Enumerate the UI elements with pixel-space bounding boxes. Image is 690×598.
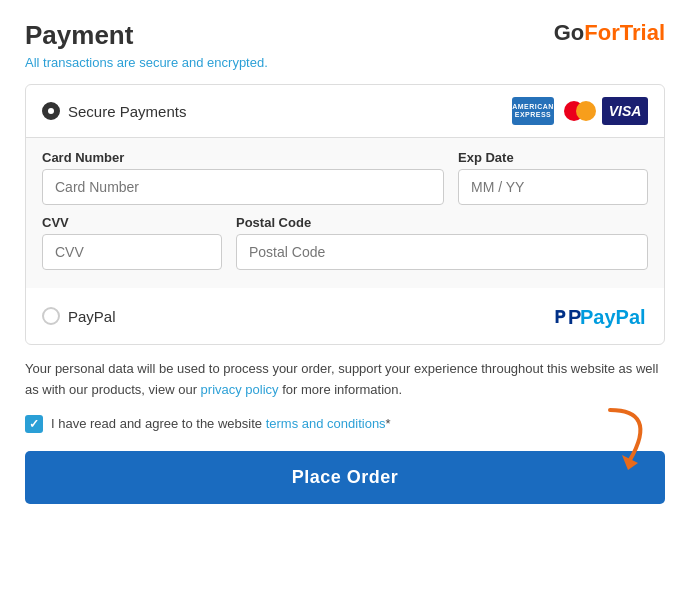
arrow-indicator (600, 405, 655, 474)
paypal-radio-label[interactable]: PayPal (42, 307, 116, 325)
exp-date-label: Exp Date (458, 150, 648, 165)
secure-text: All transactions are secure and encrypte… (25, 55, 665, 70)
privacy-policy-link[interactable]: privacy policy (201, 382, 279, 397)
page-header: Payment GoForTrial (25, 20, 665, 51)
svg-text:PayPal: PayPal (580, 306, 646, 328)
postal-code-label: Postal Code (236, 215, 648, 230)
card-number-group: Card Number (42, 150, 444, 205)
secure-payments-radio-label[interactable]: Secure Payments (42, 102, 186, 120)
paypal-logo: ᴘ P PayPal (554, 302, 648, 330)
card-number-row: Card Number Exp Date (42, 150, 648, 205)
mastercard-circles (564, 99, 592, 123)
brand-for: For (584, 20, 619, 45)
secure-payments-section: Secure Payments AMERICAN EXPRESS VISA (26, 85, 664, 138)
radio-selected-icon (42, 102, 60, 120)
secure-payments-label: Secure Payments (68, 103, 186, 120)
cvv-group: CVV (42, 215, 222, 270)
amex-logo: AMERICAN EXPRESS (512, 97, 554, 125)
page-title: Payment (25, 20, 133, 51)
mastercard-logo (560, 97, 596, 125)
checkbox-asterisk: * (386, 416, 391, 431)
info-text: Your personal data will be used to proce… (25, 359, 665, 401)
exp-date-group: Exp Date (458, 150, 648, 205)
place-order-button[interactable]: Place Order (25, 451, 665, 504)
paypal-label-text: PayPal (68, 308, 116, 325)
visa-logo: VISA (602, 97, 648, 125)
payment-box: Secure Payments AMERICAN EXPRESS VISA (25, 84, 665, 345)
exp-date-input[interactable] (458, 169, 648, 205)
secure-payments-row: Secure Payments AMERICAN EXPRESS VISA (42, 97, 648, 125)
cvv-input[interactable] (42, 234, 222, 270)
card-number-label: Card Number (42, 150, 444, 165)
mc-orange-circle (576, 101, 596, 121)
card-fields-section: Card Number Exp Date CVV Postal Code (26, 138, 664, 288)
terms-checkbox[interactable] (25, 415, 43, 433)
brand-trial: Trial (620, 20, 665, 45)
paypal-p-icon: ᴘ (554, 303, 566, 329)
checkbox-text-before: I have read and agree to the website (51, 416, 266, 431)
card-number-input[interactable] (42, 169, 444, 205)
brand-logo: GoForTrial (554, 20, 665, 46)
radio-empty-icon (42, 307, 60, 325)
postal-code-input[interactable] (236, 234, 648, 270)
brand-go: Go (554, 20, 585, 45)
cvv-row: CVV Postal Code (42, 215, 648, 270)
cvv-label: CVV (42, 215, 222, 230)
checkbox-text: I have read and agree to the website ter… (51, 416, 391, 431)
card-logos: AMERICAN EXPRESS VISA (512, 97, 648, 125)
paypal-section: PayPal ᴘ P PayPal (26, 288, 664, 344)
info-text-part2: for more information. (279, 382, 403, 397)
paypal-svg-logo: P PayPal (568, 302, 648, 330)
terms-conditions-link[interactable]: terms and conditions (266, 416, 386, 431)
arrow-svg (600, 405, 655, 470)
checkbox-row: I have read and agree to the website ter… (25, 415, 665, 433)
postal-code-group: Postal Code (236, 215, 648, 270)
